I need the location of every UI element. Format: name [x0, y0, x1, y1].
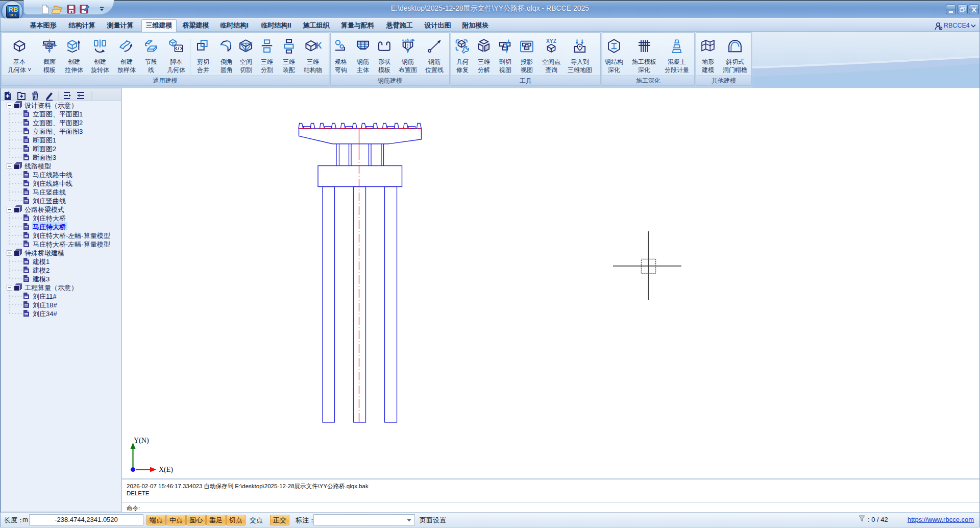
- svg-text:X(E): X(E): [159, 466, 173, 474]
- svg-text:Y(N): Y(N): [134, 437, 149, 445]
